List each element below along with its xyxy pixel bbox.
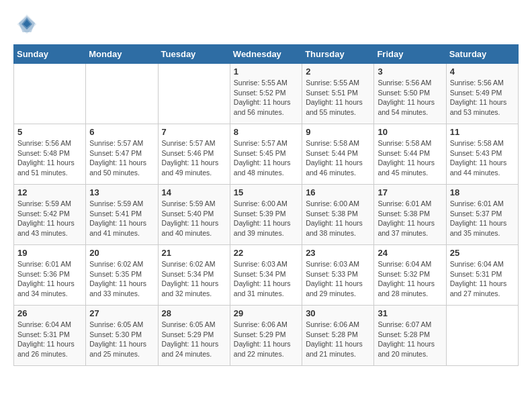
calendar-day-cell: 17Sunrise: 6:01 AM Sunset: 5:38 PM Dayli… (374, 185, 446, 245)
calendar-day-cell: 25Sunrise: 6:04 AM Sunset: 5:31 PM Dayli… (446, 245, 518, 306)
calendar-day-cell: 1Sunrise: 5:55 AM Sunset: 5:52 PM Daylig… (230, 64, 302, 124)
day-number: 9 (306, 127, 370, 137)
day-number: 23 (306, 248, 370, 258)
day-info: Sunrise: 6:03 AM Sunset: 5:33 PM Dayligh… (306, 259, 370, 299)
day-info: Sunrise: 5:58 AM Sunset: 5:44 PM Dayligh… (306, 138, 370, 178)
day-info: Sunrise: 6:02 AM Sunset: 5:35 PM Dayligh… (89, 259, 154, 299)
day-info: Sunrise: 5:59 AM Sunset: 5:41 PM Dayligh… (89, 199, 154, 238)
calendar-day-cell: 3Sunrise: 5:56 AM Sunset: 5:50 PM Daylig… (374, 64, 446, 124)
calendar-table: SundayMondayTuesdayWednesdayThursdayFrid… (13, 44, 519, 366)
day-info: Sunrise: 6:04 AM Sunset: 5:31 PM Dayligh… (450, 259, 515, 299)
day-info: Sunrise: 5:55 AM Sunset: 5:51 PM Dayligh… (306, 78, 370, 118)
day-number: 13 (89, 187, 154, 197)
calendar-day-cell: 4Sunrise: 5:56 AM Sunset: 5:49 PM Daylig… (446, 64, 518, 124)
calendar-week-row: 1Sunrise: 5:55 AM Sunset: 5:52 PM Daylig… (14, 64, 519, 124)
weekday-header: Tuesday (158, 45, 230, 64)
calendar-day-cell: 24Sunrise: 6:04 AM Sunset: 5:32 PM Dayli… (374, 245, 446, 306)
calendar-day-cell: 26Sunrise: 6:04 AM Sunset: 5:31 PM Dayli… (14, 306, 86, 366)
day-number: 10 (378, 127, 442, 137)
day-number: 14 (162, 187, 226, 197)
day-number: 18 (450, 187, 515, 197)
calendar-day-cell: 9Sunrise: 5:58 AM Sunset: 5:44 PM Daylig… (302, 124, 374, 185)
day-info: Sunrise: 6:04 AM Sunset: 5:32 PM Dayligh… (378, 259, 442, 299)
day-info: Sunrise: 6:06 AM Sunset: 5:28 PM Dayligh… (306, 320, 370, 359)
day-number: 21 (162, 248, 226, 258)
day-number: 11 (450, 127, 515, 137)
weekday-header: Thursday (302, 45, 374, 64)
day-info: Sunrise: 6:00 AM Sunset: 5:39 PM Dayligh… (234, 199, 298, 238)
calendar-day-cell: 10Sunrise: 5:58 AM Sunset: 5:44 PM Dayli… (374, 124, 446, 185)
calendar-day-cell: 2Sunrise: 5:55 AM Sunset: 5:51 PM Daylig… (302, 64, 374, 124)
day-number: 5 (17, 127, 82, 137)
calendar-week-row: 26Sunrise: 6:04 AM Sunset: 5:31 PM Dayli… (14, 306, 519, 366)
day-info: Sunrise: 6:05 AM Sunset: 5:29 PM Dayligh… (162, 320, 226, 359)
day-number: 30 (306, 308, 370, 318)
day-info: Sunrise: 6:05 AM Sunset: 5:30 PM Dayligh… (89, 320, 154, 359)
weekday-header: Wednesday (230, 45, 302, 64)
calendar-day-cell (158, 64, 230, 124)
calendar-day-cell (446, 306, 518, 366)
day-info: Sunrise: 6:06 AM Sunset: 5:29 PM Dayligh… (234, 320, 298, 359)
weekday-header: Saturday (446, 45, 518, 64)
calendar-day-cell: 30Sunrise: 6:06 AM Sunset: 5:28 PM Dayli… (302, 306, 374, 366)
weekday-header: Friday (374, 45, 446, 64)
day-number: 26 (17, 308, 82, 318)
day-number: 12 (17, 187, 82, 197)
day-number: 2 (306, 66, 370, 77)
day-number: 20 (89, 248, 154, 258)
day-info: Sunrise: 5:59 AM Sunset: 5:42 PM Dayligh… (17, 199, 82, 238)
day-info: Sunrise: 5:56 AM Sunset: 5:49 PM Dayligh… (450, 78, 515, 118)
calendar-day-cell: 5Sunrise: 5:56 AM Sunset: 5:48 PM Daylig… (14, 124, 86, 185)
day-number: 15 (234, 187, 298, 197)
calendar-day-cell: 31Sunrise: 6:07 AM Sunset: 5:28 PM Dayli… (374, 306, 446, 366)
day-info: Sunrise: 5:59 AM Sunset: 5:40 PM Dayligh… (162, 199, 226, 238)
page-header (13, 13, 519, 38)
day-number: 22 (234, 248, 298, 258)
day-info: Sunrise: 6:01 AM Sunset: 5:37 PM Dayligh… (450, 199, 515, 238)
calendar-week-row: 12Sunrise: 5:59 AM Sunset: 5:42 PM Dayli… (14, 185, 519, 245)
calendar-day-cell: 6Sunrise: 5:57 AM Sunset: 5:47 PM Daylig… (86, 124, 158, 185)
day-number: 7 (162, 127, 226, 137)
day-info: Sunrise: 6:07 AM Sunset: 5:28 PM Dayligh… (378, 320, 442, 359)
calendar-day-cell: 16Sunrise: 6:00 AM Sunset: 5:38 PM Dayli… (302, 185, 374, 245)
weekday-header: Monday (86, 45, 158, 64)
calendar-day-cell: 28Sunrise: 6:05 AM Sunset: 5:29 PM Dayli… (158, 306, 230, 366)
day-number: 25 (450, 248, 515, 258)
weekday-header: Sunday (14, 45, 86, 64)
calendar-day-cell: 19Sunrise: 6:01 AM Sunset: 5:36 PM Dayli… (14, 245, 86, 306)
day-info: Sunrise: 6:01 AM Sunset: 5:38 PM Dayligh… (378, 199, 442, 238)
calendar-day-cell: 20Sunrise: 6:02 AM Sunset: 5:35 PM Dayli… (86, 245, 158, 306)
day-info: Sunrise: 6:04 AM Sunset: 5:31 PM Dayligh… (17, 320, 82, 359)
day-number: 1 (234, 66, 298, 77)
logo-icon (16, 13, 38, 35)
day-number: 31 (378, 308, 442, 318)
calendar-day-cell: 7Sunrise: 5:57 AM Sunset: 5:46 PM Daylig… (158, 124, 230, 185)
calendar-day-cell: 21Sunrise: 6:02 AM Sunset: 5:34 PM Dayli… (158, 245, 230, 306)
day-number: 3 (378, 66, 442, 77)
day-number: 28 (162, 308, 226, 318)
day-info: Sunrise: 6:01 AM Sunset: 5:36 PM Dayligh… (17, 259, 82, 299)
day-info: Sunrise: 5:56 AM Sunset: 5:48 PM Dayligh… (17, 138, 82, 178)
weekday-header-row: SundayMondayTuesdayWednesdayThursdayFrid… (14, 45, 519, 64)
day-info: Sunrise: 5:55 AM Sunset: 5:52 PM Dayligh… (234, 78, 298, 118)
calendar-day-cell: 22Sunrise: 6:03 AM Sunset: 5:34 PM Dayli… (230, 245, 302, 306)
day-info: Sunrise: 5:58 AM Sunset: 5:44 PM Dayligh… (378, 138, 442, 178)
day-info: Sunrise: 6:00 AM Sunset: 5:38 PM Dayligh… (306, 199, 370, 238)
calendar-day-cell (86, 64, 158, 124)
day-info: Sunrise: 5:58 AM Sunset: 5:43 PM Dayligh… (450, 138, 515, 178)
calendar-day-cell: 27Sunrise: 6:05 AM Sunset: 5:30 PM Dayli… (86, 306, 158, 366)
day-number: 29 (234, 308, 298, 318)
calendar-day-cell (14, 64, 86, 124)
day-number: 24 (378, 248, 442, 258)
logo (13, 13, 38, 38)
calendar-day-cell: 14Sunrise: 5:59 AM Sunset: 5:40 PM Dayli… (158, 185, 230, 245)
calendar-day-cell: 8Sunrise: 5:57 AM Sunset: 5:45 PM Daylig… (230, 124, 302, 185)
day-number: 19 (17, 248, 82, 258)
day-info: Sunrise: 6:03 AM Sunset: 5:34 PM Dayligh… (234, 259, 298, 299)
day-info: Sunrise: 6:02 AM Sunset: 5:34 PM Dayligh… (162, 259, 226, 299)
calendar-day-cell: 15Sunrise: 6:00 AM Sunset: 5:39 PM Dayli… (230, 185, 302, 245)
calendar-day-cell: 29Sunrise: 6:06 AM Sunset: 5:29 PM Dayli… (230, 306, 302, 366)
calendar-week-row: 19Sunrise: 6:01 AM Sunset: 5:36 PM Dayli… (14, 245, 519, 306)
calendar-day-cell: 23Sunrise: 6:03 AM Sunset: 5:33 PM Dayli… (302, 245, 374, 306)
calendar-week-row: 5Sunrise: 5:56 AM Sunset: 5:48 PM Daylig… (14, 124, 519, 185)
